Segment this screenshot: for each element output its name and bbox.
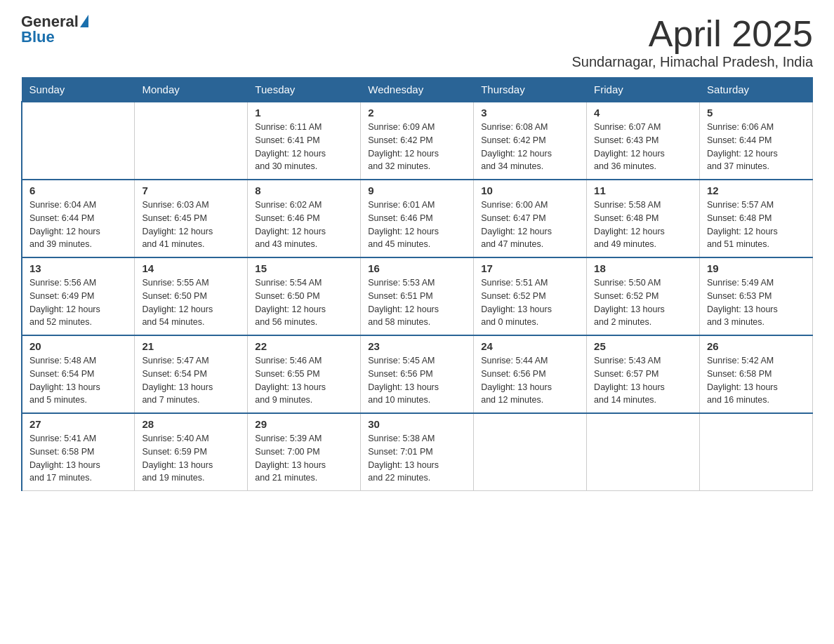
table-row: 27Sunrise: 5:41 AMSunset: 6:58 PMDayligh… [22, 413, 813, 491]
day-info: Sunrise: 6:03 AMSunset: 6:45 PMDaylight:… [142, 199, 240, 251]
table-cell: 18Sunrise: 5:50 AMSunset: 6:52 PMDayligh… [587, 257, 700, 335]
day-info: Sunrise: 6:06 AMSunset: 6:44 PMDaylight:… [707, 121, 805, 173]
calendar-header-row: Sunday Monday Tuesday Wednesday Thursday… [22, 78, 813, 102]
day-info: Sunrise: 5:38 AMSunset: 7:01 PMDaylight:… [368, 432, 466, 485]
table-row: 1Sunrise: 6:11 AMSunset: 6:41 PMDaylight… [22, 102, 813, 180]
day-info: Sunrise: 5:43 AMSunset: 6:57 PMDaylight:… [594, 354, 692, 407]
day-info: Sunrise: 5:57 AMSunset: 6:48 PMDaylight:… [707, 199, 805, 251]
day-number: 6 [29, 185, 127, 196]
col-monday: Monday [135, 78, 248, 102]
table-cell: 21Sunrise: 5:47 AMSunset: 6:54 PMDayligh… [135, 335, 248, 413]
day-info: Sunrise: 5:39 AMSunset: 7:00 PMDaylight:… [255, 432, 353, 485]
col-wednesday: Wednesday [361, 78, 474, 102]
table-cell: 1Sunrise: 6:11 AMSunset: 6:41 PMDaylight… [248, 102, 361, 180]
table-cell: 20Sunrise: 5:48 AMSunset: 6:54 PMDayligh… [22, 335, 135, 413]
table-cell [135, 102, 248, 180]
day-number: 2 [368, 107, 466, 119]
table-cell: 15Sunrise: 5:54 AMSunset: 6:50 PMDayligh… [248, 257, 361, 335]
col-friday: Friday [587, 78, 700, 102]
location-subtitle: Sundarnagar, Himachal Pradesh, India [571, 54, 813, 70]
table-cell: 8Sunrise: 6:02 AMSunset: 6:46 PMDaylight… [248, 180, 361, 257]
table-cell: 16Sunrise: 5:53 AMSunset: 6:51 PMDayligh… [361, 257, 474, 335]
table-cell: 9Sunrise: 6:01 AMSunset: 6:46 PMDaylight… [361, 180, 474, 257]
day-info: Sunrise: 5:55 AMSunset: 6:50 PMDaylight:… [142, 276, 240, 329]
table-cell: 3Sunrise: 6:08 AMSunset: 6:42 PMDaylight… [474, 102, 587, 180]
day-number: 7 [142, 185, 240, 196]
day-number: 20 [29, 340, 127, 352]
day-number: 4 [594, 107, 692, 119]
day-info: Sunrise: 5:41 AMSunset: 6:58 PMDaylight:… [29, 432, 127, 485]
table-cell: 30Sunrise: 5:38 AMSunset: 7:01 PMDayligh… [361, 413, 474, 491]
day-info: Sunrise: 5:48 AMSunset: 6:54 PMDaylight:… [29, 354, 127, 407]
day-number: 5 [707, 107, 805, 119]
day-info: Sunrise: 6:07 AMSunset: 6:43 PMDaylight:… [594, 121, 692, 173]
col-thursday: Thursday [474, 78, 587, 102]
table-cell: 14Sunrise: 5:55 AMSunset: 6:50 PMDayligh… [135, 257, 248, 335]
day-number: 9 [368, 185, 466, 196]
title-area: April 2025 Sundarnagar, Himachal Pradesh… [571, 14, 813, 70]
day-number: 10 [481, 185, 579, 196]
table-cell: 17Sunrise: 5:51 AMSunset: 6:52 PMDayligh… [474, 257, 587, 335]
day-info: Sunrise: 5:44 AMSunset: 6:56 PMDaylight:… [481, 354, 579, 407]
day-number: 25 [594, 340, 692, 352]
day-info: Sunrise: 5:49 AMSunset: 6:53 PMDaylight:… [707, 276, 805, 329]
table-cell: 12Sunrise: 5:57 AMSunset: 6:48 PMDayligh… [700, 180, 813, 257]
logo: GeneralBlue [21, 14, 88, 45]
day-info: Sunrise: 6:00 AMSunset: 6:47 PMDaylight:… [481, 199, 579, 251]
day-info: Sunrise: 5:45 AMSunset: 6:56 PMDaylight:… [368, 354, 466, 407]
day-number: 16 [368, 262, 466, 274]
calendar-table: Sunday Monday Tuesday Wednesday Thursday… [21, 77, 813, 491]
table-cell [700, 413, 813, 491]
table-cell: 5Sunrise: 6:06 AMSunset: 6:44 PMDaylight… [700, 102, 813, 180]
table-cell: 24Sunrise: 5:44 AMSunset: 6:56 PMDayligh… [474, 335, 587, 413]
day-number: 3 [481, 107, 579, 119]
day-number: 28 [142, 418, 240, 430]
table-cell: 25Sunrise: 5:43 AMSunset: 6:57 PMDayligh… [587, 335, 700, 413]
col-tuesday: Tuesday [248, 78, 361, 102]
day-number: 8 [255, 185, 353, 196]
table-cell: 6Sunrise: 6:04 AMSunset: 6:44 PMDaylight… [22, 180, 135, 257]
day-number: 23 [368, 340, 466, 352]
day-info: Sunrise: 5:58 AMSunset: 6:48 PMDaylight:… [594, 199, 692, 251]
table-cell: 2Sunrise: 6:09 AMSunset: 6:42 PMDaylight… [361, 102, 474, 180]
day-info: Sunrise: 6:01 AMSunset: 6:46 PMDaylight:… [368, 199, 466, 251]
day-number: 15 [255, 262, 353, 274]
day-info: Sunrise: 5:53 AMSunset: 6:51 PMDaylight:… [368, 276, 466, 329]
table-row: 6Sunrise: 6:04 AMSunset: 6:44 PMDaylight… [22, 180, 813, 257]
table-cell: 11Sunrise: 5:58 AMSunset: 6:48 PMDayligh… [587, 180, 700, 257]
table-cell: 29Sunrise: 5:39 AMSunset: 7:00 PMDayligh… [248, 413, 361, 491]
day-info: Sunrise: 5:54 AMSunset: 6:50 PMDaylight:… [255, 276, 353, 329]
logo-general: General [21, 14, 79, 29]
table-cell: 22Sunrise: 5:46 AMSunset: 6:55 PMDayligh… [248, 335, 361, 413]
month-title: April 2025 [571, 14, 813, 54]
day-info: Sunrise: 6:09 AMSunset: 6:42 PMDaylight:… [368, 121, 466, 173]
table-cell: 4Sunrise: 6:07 AMSunset: 6:43 PMDaylight… [587, 102, 700, 180]
day-info: Sunrise: 5:47 AMSunset: 6:54 PMDaylight:… [142, 354, 240, 407]
table-cell [474, 413, 587, 491]
logo-triangle-icon [80, 15, 88, 27]
table-cell: 7Sunrise: 6:03 AMSunset: 6:45 PMDaylight… [135, 180, 248, 257]
day-info: Sunrise: 5:46 AMSunset: 6:55 PMDaylight:… [255, 354, 353, 407]
table-cell: 19Sunrise: 5:49 AMSunset: 6:53 PMDayligh… [700, 257, 813, 335]
table-row: 20Sunrise: 5:48 AMSunset: 6:54 PMDayligh… [22, 335, 813, 413]
table-cell [22, 102, 135, 180]
table-cell [587, 413, 700, 491]
table-row: 13Sunrise: 5:56 AMSunset: 6:49 PMDayligh… [22, 257, 813, 335]
day-number: 21 [142, 340, 240, 352]
col-sunday: Sunday [22, 78, 135, 102]
day-number: 30 [368, 418, 466, 430]
table-cell: 23Sunrise: 5:45 AMSunset: 6:56 PMDayligh… [361, 335, 474, 413]
day-number: 22 [255, 340, 353, 352]
day-number: 24 [481, 340, 579, 352]
day-number: 18 [594, 262, 692, 274]
day-number: 14 [142, 262, 240, 274]
day-info: Sunrise: 5:40 AMSunset: 6:59 PMDaylight:… [142, 432, 240, 485]
day-info: Sunrise: 5:56 AMSunset: 6:49 PMDaylight:… [29, 276, 127, 329]
day-info: Sunrise: 6:11 AMSunset: 6:41 PMDaylight:… [255, 121, 353, 173]
day-number: 19 [707, 262, 805, 274]
day-number: 26 [707, 340, 805, 352]
table-cell: 26Sunrise: 5:42 AMSunset: 6:58 PMDayligh… [700, 335, 813, 413]
day-number: 27 [29, 418, 127, 430]
day-number: 13 [29, 262, 127, 274]
day-number: 17 [481, 262, 579, 274]
